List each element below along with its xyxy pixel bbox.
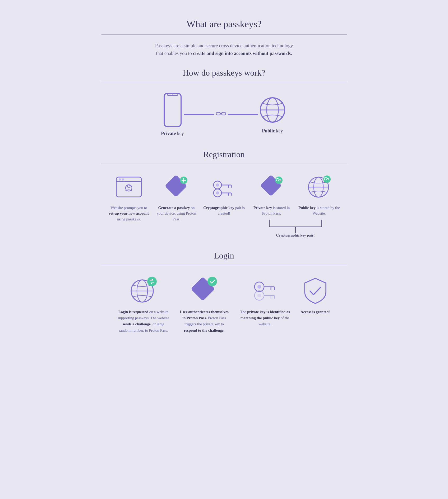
login-section: Login bbox=[101, 251, 347, 334]
how-passkeys-section: How do passkeys work? Private key bbox=[101, 68, 347, 136]
reg-step-4-icon bbox=[257, 174, 286, 201]
reg-step-2-text: Generate a passkey on your device, using… bbox=[155, 205, 198, 222]
key-pair-diagram: Private key bbox=[101, 93, 347, 136]
svg-point-11 bbox=[119, 178, 121, 181]
reg-step-1-text: Website prompts you to set-up your new a… bbox=[108, 205, 150, 222]
intro-line2: that enables you to bbox=[156, 51, 193, 56]
reg-step-5-icon bbox=[305, 174, 334, 201]
svg-point-50 bbox=[257, 285, 261, 289]
reg-step-4: Private key is stored in Proton Pass. bbox=[251, 174, 293, 217]
login-divider bbox=[101, 265, 347, 265]
login-title: Login bbox=[101, 251, 347, 261]
how-title: How do passkeys work? bbox=[101, 68, 347, 78]
login-step-1-icon bbox=[128, 276, 159, 305]
reg-divider bbox=[101, 164, 347, 164]
page-title: What are passkeys? bbox=[101, 19, 347, 30]
how-divider bbox=[101, 82, 347, 82]
login-step-4-text: Access is granted! bbox=[301, 309, 330, 315]
svg-point-20 bbox=[216, 183, 219, 187]
svg-point-55 bbox=[257, 294, 261, 297]
svg-point-14 bbox=[127, 185, 130, 188]
login-step-2: User authenticates themselves in Proton … bbox=[178, 276, 231, 334]
registration-steps: Website prompts you to set-up your new a… bbox=[101, 174, 347, 238]
public-key-item: Public key bbox=[258, 95, 287, 134]
bracket-container: Cryptographic key pair! bbox=[269, 220, 322, 238]
registration-title: Registration bbox=[101, 150, 347, 159]
login-step-3-icon bbox=[249, 276, 281, 305]
registration-section: Registration bbox=[101, 150, 347, 238]
login-step-1-text: Login is requested on a website supporti… bbox=[117, 309, 170, 334]
reg-step-1-icon bbox=[114, 174, 144, 201]
reg-step-5: Public key is stored by the Website. bbox=[298, 174, 340, 217]
globe-icon bbox=[258, 95, 287, 124]
phone-icon bbox=[162, 93, 183, 127]
private-key-item: Private key bbox=[161, 93, 184, 136]
intro-line1: Passkeys are a simple and secure cross d… bbox=[155, 43, 293, 48]
login-step-3: The private key is identified as matchin… bbox=[239, 276, 292, 327]
reg-step-2: Generate a passkey on your device, using… bbox=[155, 174, 198, 222]
private-public-steps: Private key is stored in Proton Pass. bbox=[251, 174, 340, 217]
login-step-4-icon bbox=[299, 276, 331, 305]
login-step-3-text: The private key is identified as matchin… bbox=[239, 309, 292, 327]
intro-text: Passkeys are a simple and secure cross d… bbox=[101, 42, 347, 57]
login-step-4: Access is granted! bbox=[299, 276, 331, 315]
reg-step-3-icon bbox=[210, 174, 239, 201]
login-steps: Login is requested on a website supporti… bbox=[101, 276, 347, 334]
reg-step-1: Website prompts you to set-up your new a… bbox=[108, 174, 150, 222]
bracket-arrow bbox=[295, 227, 296, 233]
svg-rect-0 bbox=[164, 93, 181, 127]
page-container: What are passkeys? Passkeys are a simple… bbox=[85, 0, 363, 355]
login-step-2-icon bbox=[188, 276, 220, 305]
crypto-pair-label: Cryptographic key pair! bbox=[276, 233, 315, 238]
bracket-shape bbox=[269, 220, 322, 227]
reg-step-3-text: Cryptographic key pair is created! bbox=[203, 205, 245, 217]
svg-point-12 bbox=[122, 178, 124, 181]
reg-step-2-icon bbox=[162, 174, 191, 201]
login-step-2-text: User authenticates themselves in Proton … bbox=[178, 309, 231, 334]
svg-rect-3 bbox=[216, 112, 220, 115]
reg-step-4-text: Private key is stored in Proton Pass. bbox=[251, 205, 293, 217]
svg-rect-4 bbox=[221, 112, 226, 115]
reg-step-5-text: Public key is stored by the Website. bbox=[298, 205, 340, 217]
private-key-label: Private key bbox=[161, 131, 184, 136]
svg-point-48 bbox=[207, 277, 217, 286]
reg-step-3: Cryptographic key pair is created! bbox=[203, 174, 245, 217]
intro-bold: create and sign into accounts without pa… bbox=[193, 51, 292, 56]
connector-line bbox=[184, 114, 258, 115]
link-icon bbox=[214, 111, 228, 118]
public-key-label: Public key bbox=[262, 128, 283, 134]
svg-point-2 bbox=[172, 94, 173, 96]
login-step-1: Login is requested on a website supporti… bbox=[117, 276, 170, 334]
private-public-group: Private key is stored in Proton Pass. bbox=[251, 174, 340, 238]
svg-point-46 bbox=[147, 277, 157, 286]
svg-point-25 bbox=[216, 191, 219, 195]
title-divider bbox=[101, 34, 347, 35]
